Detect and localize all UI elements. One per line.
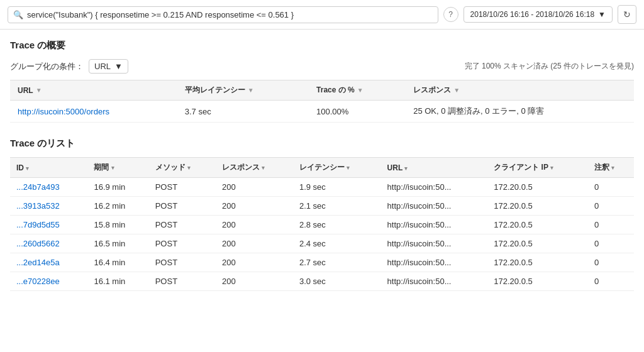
trace-table-row: ...3913a532 16.2 min POST 200 2.1 sec ht… — [10, 197, 634, 216]
trace-cell-annotation: 0 — [588, 216, 634, 234]
trace-cell-response: 200 — [216, 272, 293, 291]
trace-cell-response: 200 — [216, 216, 293, 234]
trace-cell-latency: 2.7 sec — [293, 253, 381, 272]
trace-cell-id[interactable]: ...2ed14e5a — [10, 253, 87, 272]
summary-cell-latency: 3.7 sec — [177, 101, 309, 123]
summary-url-link[interactable]: http://isucoin:5000/orders — [18, 107, 109, 116]
trace-cell-method: POST — [149, 178, 216, 197]
summary-cell-url[interactable]: http://isucoin:5000/orders — [10, 101, 177, 123]
summary-col-url[interactable]: URL ▼ — [10, 80, 177, 101]
summary-col-trace-pct[interactable]: Trace の % ▼ — [309, 80, 406, 101]
trace-cell-url: http://isucoin:50... — [381, 216, 488, 234]
summary-col-url-sort[interactable]: URL ▼ — [18, 86, 42, 95]
trace-cell-url: http://isucoin:50... — [381, 197, 488, 216]
main-content: Trace の概要 グループ化の条件： URL ▼ 完了 100% スキャン済み… — [0, 30, 644, 301]
trace-cell-duration: 16.2 min — [87, 197, 148, 216]
date-range-chevron-icon: ▼ — [598, 10, 606, 19]
trace-cell-annotation: 0 — [588, 272, 634, 291]
trace-id-link[interactable]: ...e70228ee — [16, 277, 60, 286]
summary-table-header-row: URL ▼ 平均レイテンシー ▼ Trace の % ▼ — [10, 80, 634, 101]
summary-col-response[interactable]: レスポンス ▼ — [406, 80, 634, 101]
sort-arrow-trace-pct-icon: ▼ — [357, 87, 364, 94]
trace-cell-client-ip: 172.20.0.5 — [487, 234, 588, 253]
date-range-label: 2018/10/26 16:16 - 2018/10/26 16:18 — [470, 10, 595, 19]
trace-cell-id[interactable]: ...24b7a493 — [10, 178, 87, 197]
trace-col-annotation-sort-icon: ▾ — [611, 165, 614, 171]
trace-cell-latency: 2.4 sec — [293, 234, 381, 253]
trace-cell-id[interactable]: ...260d5662 — [10, 234, 87, 253]
group-by-select[interactable]: URL ▼ — [89, 59, 128, 74]
summary-cell-response: 25 OK, 0 調整済み, 0 エラー, 0 障害 — [406, 101, 634, 123]
trace-cell-response: 200 — [216, 234, 293, 253]
trace-col-client-ip[interactable]: クライアント IP ▾ — [487, 158, 588, 178]
trace-col-method-sort-icon: ▾ — [187, 165, 191, 171]
trace-cell-latency: 2.1 sec — [293, 197, 381, 216]
trace-cell-latency: 2.8 sec — [293, 216, 381, 234]
trace-cell-method: POST — [149, 272, 216, 291]
help-icon: ? — [448, 10, 453, 19]
trace-col-duration[interactable]: 期間 ▾ — [87, 158, 148, 178]
trace-col-url[interactable]: URL ▾ — [381, 158, 488, 178]
trace-cell-response: 200 — [216, 197, 293, 216]
trace-cell-duration: 16.4 min — [87, 253, 148, 272]
trace-cell-annotation: 0 — [588, 178, 634, 197]
group-by-label: グループ化の条件： — [10, 61, 84, 72]
trace-cell-client-ip: 172.20.0.5 — [487, 216, 588, 234]
search-container[interactable]: 🔍 service("Isubank") { responsetime >= 0… — [8, 6, 438, 23]
summary-col-latency-sort[interactable]: 平均レイテンシー ▼ — [185, 85, 254, 96]
trace-id-link[interactable]: ...260d5662 — [16, 239, 60, 248]
trace-cell-latency: 3.0 sec — [293, 272, 381, 291]
trace-cell-client-ip: 172.20.0.5 — [487, 197, 588, 216]
trace-list-section: Trace のリスト ID ▾ 期間 ▾ メソッド ▾ — [10, 138, 634, 291]
summary-col-response-sort[interactable]: レスポンス ▼ — [413, 85, 460, 96]
trace-id-link[interactable]: ...2ed14e5a — [16, 258, 60, 267]
trace-table-row: ...e70228ee 16.1 min POST 200 3.0 sec ht… — [10, 272, 634, 291]
refresh-button[interactable]: ↻ — [618, 5, 636, 24]
sort-arrow-url-icon: ▼ — [36, 87, 42, 94]
trace-cell-url: http://isucoin:50... — [381, 234, 488, 253]
group-by-chevron-icon: ▼ — [114, 62, 123, 71]
trace-col-url-sort-icon: ▾ — [404, 165, 408, 172]
search-icon: 🔍 — [13, 10, 23, 19]
trace-cell-id[interactable]: ...7d9d5d55 — [10, 216, 87, 234]
search-query-display: service("Isubank") { responsetime >= 0.2… — [27, 10, 433, 19]
trace-col-annotation[interactable]: 注釈 ▾ — [588, 158, 634, 178]
trace-col-response[interactable]: レスポンス ▾ — [216, 158, 293, 178]
top-bar: 🔍 service("Isubank") { responsetime >= 0… — [0, 0, 644, 30]
trace-col-latency[interactable]: レイテンシー ▾ — [293, 158, 381, 178]
trace-cell-duration: 15.8 min — [87, 216, 148, 234]
group-by-left: グループ化の条件： URL ▼ — [10, 59, 128, 74]
trace-table-row: ...24b7a493 16.9 min POST 200 1.9 sec ht… — [10, 178, 634, 197]
trace-id-link[interactable]: ...7d9d5d55 — [16, 220, 60, 229]
summary-col-trace-pct-sort[interactable]: Trace の % ▼ — [316, 85, 364, 96]
summary-table-row: http://isucoin:5000/orders 3.7 sec 100.0… — [10, 101, 634, 123]
trace-table-row: ...2ed14e5a 16.4 min POST 200 2.7 sec ht… — [10, 253, 634, 272]
trace-cell-client-ip: 172.20.0.5 — [487, 178, 588, 197]
trace-cell-id[interactable]: ...e70228ee — [10, 272, 87, 291]
trace-cell-method: POST — [149, 234, 216, 253]
trace-table-row: ...260d5662 16.5 min POST 200 2.4 sec ht… — [10, 234, 634, 253]
date-range-button[interactable]: 2018/10/26 16:16 - 2018/10/26 16:18 ▼ — [464, 6, 613, 23]
summary-cell-trace-pct: 100.00% — [309, 101, 406, 123]
trace-col-id[interactable]: ID ▾ — [10, 158, 87, 178]
trace-col-id-sort-icon: ▾ — [26, 165, 29, 172]
summary-col-latency[interactable]: 平均レイテンシー ▼ — [177, 80, 309, 101]
trace-list-title: Trace のリスト — [10, 138, 634, 150]
summary-section-title: Trace の概要 — [10, 40, 634, 52]
trace-id-link[interactable]: ...3913a532 — [16, 201, 60, 211]
help-button[interactable]: ? — [443, 7, 458, 22]
group-by-value: URL — [94, 62, 111, 71]
sort-arrow-response-icon: ▼ — [453, 87, 460, 94]
trace-col-method[interactable]: メソッド ▾ — [149, 158, 216, 178]
trace-col-client-ip-sort-icon: ▾ — [550, 165, 553, 171]
trace-table-row: ...7d9d5d55 15.8 min POST 200 2.8 sec ht… — [10, 216, 634, 234]
trace-cell-id[interactable]: ...3913a532 — [10, 197, 87, 216]
trace-cell-url: http://isucoin:50... — [381, 272, 488, 291]
trace-cell-annotation: 0 — [588, 234, 634, 253]
trace-cell-method: POST — [149, 197, 216, 216]
trace-cell-method: POST — [149, 253, 216, 272]
summary-table: URL ▼ 平均レイテンシー ▼ Trace の % ▼ — [10, 80, 634, 123]
trace-id-link[interactable]: ...24b7a493 — [16, 182, 60, 192]
trace-col-latency-sort-icon: ▾ — [347, 165, 350, 171]
trace-cell-method: POST — [149, 216, 216, 234]
